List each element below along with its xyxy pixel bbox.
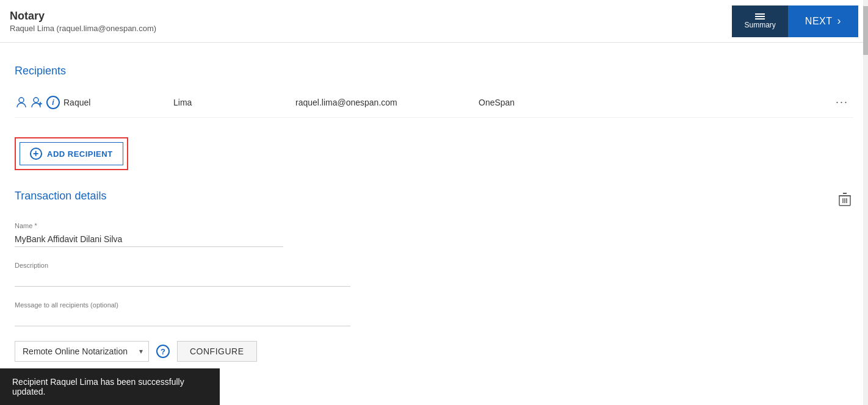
ron-select-wrapper: Remote Online Notarization ▾ xyxy=(15,341,149,362)
page-subtitle: Raquel Lima (raquel.lima@onespan.com) xyxy=(10,24,156,33)
info-circle-icon: i xyxy=(46,96,60,109)
recipient-icons: i xyxy=(15,96,63,109)
recipient-menu-button[interactable]: ··· xyxy=(831,93,853,111)
toast-notification: Recipient Raquel Lima has been successfu… xyxy=(0,368,220,405)
top-bar-actions: Summary NEXT › xyxy=(732,5,858,37)
summary-button[interactable]: Summary xyxy=(732,5,787,37)
recipients-section: Recipients i xyxy=(15,65,853,180)
name-label: Name * xyxy=(15,222,283,229)
recipient-last-name: Lima xyxy=(173,98,295,107)
description-input[interactable] xyxy=(15,271,350,287)
next-button[interactable]: NEXT › xyxy=(788,5,858,37)
recipient-row: i Raquel Lima raquel.lima@onespan.com On… xyxy=(15,87,853,118)
description-label: Description xyxy=(15,262,350,269)
top-bar-left: Notary Raquel Lima (raquel.lima@onespan.… xyxy=(10,10,156,33)
name-field: Name * xyxy=(15,222,283,247)
description-field: Description xyxy=(15,262,350,287)
configure-button[interactable]: CONFIGURE xyxy=(177,341,257,362)
person-add-icon xyxy=(31,96,44,109)
person-pin-icon xyxy=(15,96,28,109)
recipient-org: OneSpan xyxy=(479,98,831,107)
scrollbar-thumb[interactable] xyxy=(863,6,868,55)
message-input[interactable] xyxy=(15,311,350,326)
toast-message: Recipient Raquel Lima has been successfu… xyxy=(12,377,184,396)
svg-point-0 xyxy=(19,98,24,102)
ron-row: Remote Online Notarization ▾ ? CONFIGURE xyxy=(15,341,853,362)
transaction-header: Transaction details xyxy=(15,190,853,212)
page-title: Notary xyxy=(10,10,156,23)
help-icon[interactable]: ? xyxy=(156,345,170,358)
name-input[interactable] xyxy=(15,232,283,247)
recipients-title: Recipients xyxy=(15,65,853,77)
ron-select[interactable]: Remote Online Notarization xyxy=(15,341,149,362)
delete-transaction-button[interactable] xyxy=(836,190,853,212)
add-recipient-border: + ADD RECIPIENT xyxy=(15,137,128,170)
message-label: Message to all recipients (optional) xyxy=(15,301,350,309)
svg-point-1 xyxy=(34,98,38,102)
transaction-title: Transaction details xyxy=(15,190,106,202)
main-content: Recipients i xyxy=(0,43,868,373)
message-field: Message to all recipients (optional) xyxy=(15,301,350,326)
recipient-first-name: Raquel xyxy=(63,98,173,107)
recipient-email: raquel.lima@onespan.com xyxy=(295,98,479,107)
top-bar: Notary Raquel Lima (raquel.lima@onespan.… xyxy=(0,0,868,43)
scrollbar[interactable] xyxy=(863,0,868,405)
plus-circle-icon: + xyxy=(30,148,42,160)
next-arrow-icon: › xyxy=(837,15,842,27)
add-recipient-button[interactable]: + ADD RECIPIENT xyxy=(20,142,123,165)
summary-icon xyxy=(755,13,765,20)
add-recipient-highlighted: + ADD RECIPIENT xyxy=(15,127,853,180)
transaction-section: Transaction details Name * Description xyxy=(15,190,853,362)
